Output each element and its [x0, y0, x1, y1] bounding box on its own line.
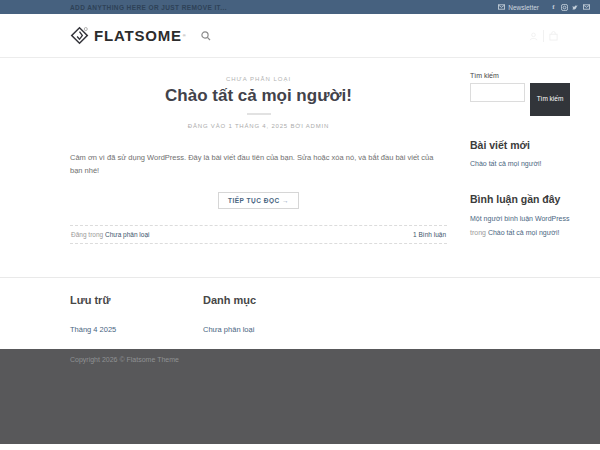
recent-post-item: Chào tất cả mọi người! — [470, 158, 570, 170]
account-icon[interactable] — [529, 27, 538, 45]
post-footer-meta: Đăng trong Chưa phân loại 1 Bình luận — [70, 225, 447, 244]
instagram-icon[interactable] — [561, 4, 568, 11]
search-input[interactable] — [470, 83, 525, 102]
social-icons: f — [550, 4, 590, 11]
logo-text: FLATSOME® — [94, 26, 187, 45]
post-meta: ĐĂNG VÀO 1 THÁNG 4, 2025 BỞI ADMIN — [70, 123, 447, 129]
recent-comments-title: Bình luận gần đây — [470, 193, 570, 205]
post-category[interactable]: CHƯA PHÂN LOẠI — [70, 76, 447, 82]
posted-in-label: Đăng trong — [71, 231, 103, 238]
site-logo[interactable]: FLATSOME® — [70, 26, 187, 45]
newsletter-label: Newsletter — [508, 4, 539, 11]
blog-post: CHƯA PHÂN LOẠI Chào tất cả mọi người! ĐĂ… — [70, 70, 447, 244]
envelope-icon — [498, 4, 505, 11]
newsletter-link[interactable]: Newsletter — [498, 4, 539, 11]
cart-icon[interactable] — [549, 27, 558, 45]
flatsome-logo-icon — [70, 26, 89, 45]
archive-month-link[interactable]: Tháng 4 2025 — [70, 325, 116, 334]
registered-mark: ® — [183, 33, 187, 38]
topbar-message: ADD ANYTHING HERE OR JUST REMOVE IT... — [70, 4, 227, 11]
categories-widget: Danh mục Chưa phân loại — [203, 294, 256, 336]
title-divider — [247, 113, 271, 115]
main-content: CHƯA PHÂN LOẠI Chào tất cả mọi người! ĐĂ… — [0, 58, 600, 277]
topbar-right: Newsletter f — [498, 4, 590, 11]
footer-widgets: Lưu trữ Tháng 4 2025 Danh mục Chưa phân … — [0, 277, 600, 349]
recent-posts-title: Bài viết mới — [470, 139, 570, 151]
search-submit-button[interactable]: Tìm kiếm — [530, 83, 570, 116]
archives-widget: Lưu trữ Tháng 4 2025 — [70, 294, 203, 336]
sidebar: Tìm kiếm Tìm kiếm Bài viết mới Chào tất … — [470, 70, 570, 244]
top-bar: ADD ANYTHING HERE OR JUST REMOVE IT... N… — [0, 0, 600, 14]
copyright-text: Copyright 2026 © Flatsome Theme — [70, 356, 600, 363]
search-widget-label: Tìm kiếm — [470, 72, 570, 79]
comments-count-link[interactable]: 1 Bình luận — [413, 231, 446, 238]
comment-post-link[interactable]: Chào tất cả mọi người! — [488, 229, 560, 236]
facebook-icon[interactable]: f — [550, 4, 557, 11]
posted-in-category-link[interactable]: Chưa phân loại — [105, 231, 149, 238]
category-link[interactable]: Chưa phân loại — [203, 325, 254, 334]
comment-connector: trong — [470, 229, 488, 236]
recent-post-link[interactable]: Chào tất cả mọi người! — [470, 160, 542, 167]
categories-title: Danh mục — [203, 294, 256, 306]
site-header: FLATSOME® — [0, 14, 600, 58]
recent-comment-item: Một người bình luận WordPress trong Chào… — [470, 212, 570, 239]
twitter-icon[interactable] — [572, 4, 579, 11]
post-title[interactable]: Chào tất cả mọi người! — [70, 86, 447, 106]
post-excerpt: Cảm ơn vì đã sử dụng WordPress. Đây là b… — [70, 151, 447, 177]
header-divider — [543, 30, 544, 42]
absolute-footer: Copyright 2026 © Flatsome Theme — [0, 349, 600, 444]
header-account-cart — [529, 14, 558, 57]
email-icon[interactable] — [583, 4, 590, 11]
read-more-button[interactable]: TIẾP TỤC ĐỌC → — [218, 192, 299, 209]
search-icon[interactable] — [201, 27, 211, 45]
arrow-right-icon: → — [282, 197, 289, 204]
archives-title: Lưu trữ — [70, 294, 203, 306]
comment-author-link[interactable]: Một người bình luận WordPress — [470, 215, 569, 222]
